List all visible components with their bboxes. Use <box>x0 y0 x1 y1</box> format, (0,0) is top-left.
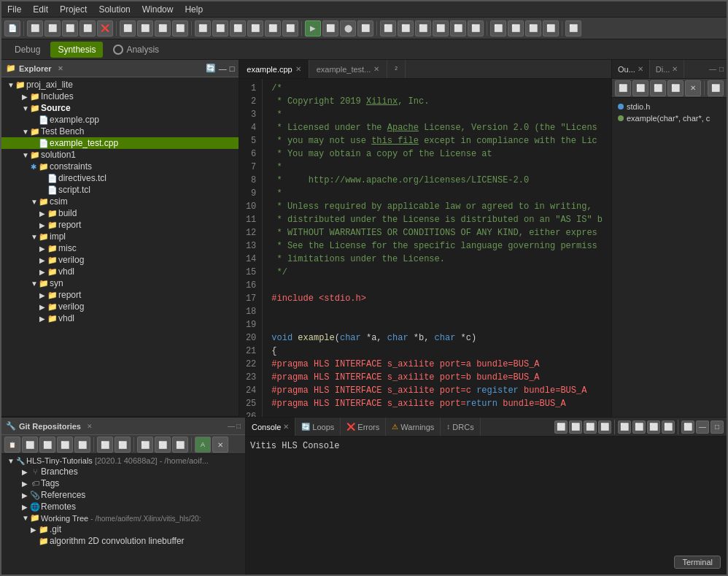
tree-item-syn-report[interactable]: ▶ 📁 report <box>1 289 239 301</box>
git-item-working-tree[interactable]: ▼ 📁 Working Tree - /home/aoifem/.Xilinx/… <box>1 512 245 523</box>
tb-btn28[interactable]: ⬜ <box>543 20 559 37</box>
tree-item-impl-verilog[interactable]: ▶ 📁 verilog <box>1 254 239 266</box>
tree-item-constraints[interactable]: ✱ 📁 constraints <box>1 161 239 172</box>
tab-close-outline[interactable]: ✕ <box>638 65 643 73</box>
console-tb8[interactable]: ⬜ <box>662 421 675 434</box>
tb-btn8[interactable]: ⬜ <box>155 20 171 37</box>
tree-item-example-test[interactable]: 📄 example_test.cpp <box>1 137 239 149</box>
tab-close-example-test[interactable]: ✕ <box>373 65 379 73</box>
explorer-refresh-icon[interactable]: 🔄 <box>206 64 216 73</box>
tree-arrow-syn-report[interactable]: ▶ <box>39 291 47 299</box>
tree-item-build[interactable]: ▶ 📁 build <box>1 207 239 219</box>
tree-item-impl-vhdl[interactable]: ▶ 📁 vhdl <box>1 266 239 277</box>
explorer-maximize-icon[interactable]: □ <box>230 64 235 73</box>
git-repo-item[interactable]: ▼ 🔧 HLS-Tiny-Tutorials [2020.1 40688a2] … <box>1 456 245 466</box>
tab-example-test[interactable]: example_test... ✕ <box>309 60 388 78</box>
tree-item-solution1[interactable]: ▼ 📁 solution1 <box>1 149 239 161</box>
tb-btn11[interactable]: ⬜ <box>212 20 228 37</box>
git-arrow-working-tree[interactable]: ▼ <box>22 514 29 522</box>
perspective-synthesis[interactable]: Synthesis <box>50 42 103 58</box>
tb-btn5[interactable]: ❌ <box>97 20 113 37</box>
console-tb3[interactable]: ⬜ <box>584 421 597 434</box>
tree-arrow-impl-verilog[interactable]: ▶ <box>39 256 47 264</box>
code-content[interactable]: /* * Copyright 2019 Xilinx, Inc. * * Lic… <box>263 79 611 417</box>
tab-warnings[interactable]: ⚠ Warnings <box>386 418 441 436</box>
git-tb8[interactable]: ⬜ <box>137 437 153 453</box>
git-item-git-folder[interactable]: ▶ 📁 .git <box>1 523 245 535</box>
tab-example-cpp[interactable]: example.cpp ✕ <box>239 60 309 78</box>
right-minimize-icon[interactable]: — <box>709 65 716 73</box>
console-tb7[interactable]: ⬜ <box>647 421 660 434</box>
git-tb5[interactable]: ⬜ <box>74 437 90 453</box>
git-tb3[interactable]: ⬜ <box>39 437 55 453</box>
console-maximize[interactable]: □ <box>710 421 724 434</box>
tb-btn6[interactable]: ⬜ <box>120 20 136 37</box>
tree-arrow-solution1[interactable]: ▼ <box>22 151 29 159</box>
console-tb5[interactable]: ⬜ <box>618 421 631 434</box>
git-item-branches[interactable]: ▶ ⑂ Branches <box>1 466 245 477</box>
tb-btn16[interactable]: ⬜ <box>322 20 338 37</box>
tb-btn12[interactable]: ⬜ <box>230 20 246 37</box>
tab-close-example-cpp[interactable]: ✕ <box>295 65 301 73</box>
editor-body[interactable]: 1 2 3 4 5 6 7 8 9 10 11 12 13 14 <box>239 79 611 417</box>
tree-arrow-impl[interactable]: ▼ <box>31 233 38 241</box>
tb-btn13[interactable]: ⬜ <box>247 20 263 37</box>
tree-item-misc[interactable]: ▶ 📁 misc <box>1 242 239 254</box>
tab-errors[interactable]: ❌ Errors <box>341 418 386 436</box>
tb-btn14[interactable]: ⬜ <box>265 20 281 37</box>
tb-btn22[interactable]: ⬜ <box>433 20 449 37</box>
tb-btn4[interactable]: ⬜ <box>80 20 96 37</box>
explorer-minimize-icon[interactable]: — <box>219 64 227 73</box>
tb-btn29[interactable]: ⬜ <box>565 20 581 37</box>
git-item-references[interactable]: ▶ 📎 References <box>1 489 245 501</box>
tree-item-includes[interactable]: ▶ 📁 Includes <box>1 91 239 102</box>
outline-tb1[interactable]: ⬜ <box>615 80 631 96</box>
console-minimize[interactable]: — <box>696 421 709 434</box>
tree-arrow-constraints[interactable]: ✱ <box>31 163 38 171</box>
git-arrow-branches[interactable]: ▶ <box>22 468 29 476</box>
tb-btn9[interactable]: ⬜ <box>172 20 188 37</box>
git-tb6[interactable]: ⬜ <box>97 437 113 453</box>
tb-btn21[interactable]: ⬜ <box>415 20 431 37</box>
menu-edit[interactable]: Edit <box>27 1 54 17</box>
tb-btn1[interactable]: ⬜ <box>27 20 43 37</box>
tree-arrow-includes[interactable]: ▶ <box>22 93 29 101</box>
tree-arrow-csim-report[interactable]: ▶ <box>39 221 47 229</box>
menu-solution[interactable]: Solution <box>93 1 136 17</box>
tree-item-source[interactable]: ▼ 📁 Source <box>1 102 239 114</box>
git-repo-arrow[interactable]: ▼ <box>7 457 15 465</box>
tree-arrow-testbench[interactable]: ▼ <box>22 128 29 136</box>
tb-btn26[interactable]: ⬜ <box>508 20 524 37</box>
tree-arrow-csim[interactable]: ▼ <box>31 198 38 206</box>
tab-unnamed[interactable]: ² <box>387 60 406 78</box>
outline-tb4[interactable]: ⬜ <box>667 80 684 96</box>
tree-arrow-syn-verilog[interactable]: ▶ <box>39 303 47 311</box>
tree-item-testbench[interactable]: ▼ 📁 Test Bench <box>1 126 239 137</box>
console-tb9[interactable]: ⬜ <box>681 421 694 434</box>
tb-btn18[interactable]: ⬜ <box>357 20 373 37</box>
console-tb2[interactable]: ⬜ <box>569 421 582 434</box>
tab-close-directives[interactable]: ✕ <box>672 65 678 73</box>
tree-arrow-source[interactable]: ▼ <box>22 104 29 112</box>
console-tab-close[interactable]: ✕ <box>283 423 289 431</box>
git-tb2[interactable]: ⬜ <box>22 437 38 453</box>
git-tb10[interactable]: ⬜ <box>172 437 188 453</box>
tb-btn2[interactable]: ⬜ <box>44 20 61 37</box>
tree-arrow-syn-vhdl[interactable]: ▶ <box>39 315 47 323</box>
tree-arrow-proj[interactable]: ▼ <box>7 81 15 89</box>
tb-btn27[interactable]: ⬜ <box>525 20 541 37</box>
git-close-icon[interactable]: ✕ <box>87 423 93 430</box>
tb-btn15[interactable]: ⬜ <box>282 20 298 37</box>
git-tb11[interactable]: A <box>195 437 211 453</box>
menu-project[interactable]: Project <box>54 1 93 17</box>
tb-btn24[interactable]: ⬜ <box>468 20 484 37</box>
menu-file[interactable]: File <box>1 1 27 17</box>
git-tb7[interactable]: ⬜ <box>115 437 131 453</box>
git-tb4[interactable]: ⬜ <box>57 437 73 453</box>
console-tb1[interactable]: ⬜ <box>554 421 568 434</box>
tree-arrow-impl-vhdl[interactable]: ▶ <box>39 268 47 276</box>
git-tb1[interactable]: 📋 <box>4 437 20 453</box>
tree-arrow-build[interactable]: ▶ <box>39 210 47 218</box>
tb-btn20[interactable]: ⬜ <box>398 20 414 37</box>
tb-btn17[interactable]: ⬤ <box>340 20 356 37</box>
